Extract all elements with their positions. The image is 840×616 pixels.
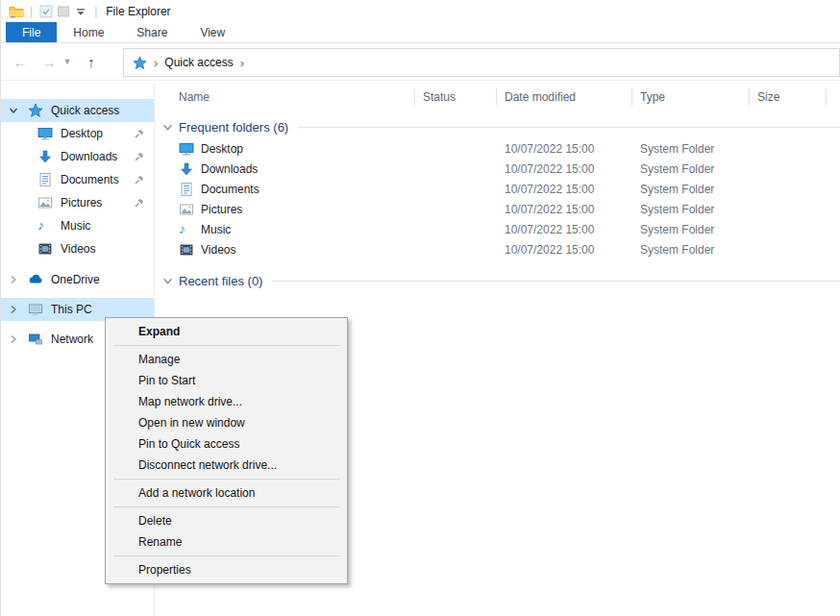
sidebar-item-label: Videos <box>61 242 95 256</box>
pin-icon[interactable] <box>134 174 145 185</box>
sidebar-item-label: OneDrive <box>51 273 100 286</box>
sidebar-item-desktop[interactable]: Desktop <box>1 122 154 145</box>
address-bar-row: ← → ▼ ↑ › Quick access › <box>1 43 840 81</box>
file-type: System Folder <box>632 179 750 199</box>
pin-icon[interactable] <box>134 197 145 209</box>
music-icon: ♪ <box>37 218 53 234</box>
menu-item-pin-to-quick-access[interactable]: Pin to Quick access <box>106 433 347 455</box>
chevron-right-icon[interactable] <box>9 275 18 284</box>
this-pc-icon <box>28 302 43 317</box>
menu-separator <box>113 506 340 507</box>
file-date-modified: 10/07/2022 15:00 <box>497 199 632 219</box>
breadcrumb-location[interactable]: Quick access <box>164 56 233 69</box>
sidebar-item-label: Downloads <box>61 150 117 163</box>
breadcrumb-chevron-icon[interactable]: › <box>240 56 244 70</box>
pictures-icon <box>37 195 53 210</box>
tab-share[interactable]: Share <box>120 22 184 42</box>
menu-item-delete[interactable]: Delete <box>106 510 347 531</box>
sidebar-item-music[interactable]: ♪ Music <box>1 214 154 237</box>
network-icon <box>28 332 43 347</box>
back-arrow-icon[interactable]: ← <box>9 50 32 73</box>
chevron-right-icon[interactable] <box>9 334 18 344</box>
sidebar-item-onedrive[interactable]: OneDrive <box>1 268 154 291</box>
sidebar-item-quick-access[interactable]: Quick access <box>1 99 154 122</box>
downloads-icon <box>179 161 194 177</box>
chevron-right-icon[interactable] <box>9 305 18 314</box>
quick-access-star-icon <box>28 103 43 118</box>
file-status <box>415 159 497 179</box>
tab-view[interactable]: View <box>184 22 241 42</box>
file-status <box>415 219 497 239</box>
file-type: System Folder <box>632 239 750 259</box>
menu-item-open-in-new-window[interactable]: Open in new window <box>106 412 347 433</box>
address-bar[interactable]: › Quick access › <box>123 48 840 77</box>
menu-item-add-a-network-location[interactable]: Add a network location <box>106 482 347 504</box>
column-header-name[interactable]: Name <box>156 85 415 110</box>
videos-icon <box>37 241 53 257</box>
sidebar-item-videos[interactable]: Videos <box>1 237 154 260</box>
group-label: Recent files (0) <box>179 274 262 288</box>
menu-item-rename[interactable]: Rename <box>106 531 347 553</box>
file-row-videos[interactable]: Videos 10/07/2022 15:00 System Folder <box>156 239 840 259</box>
group-label: Frequent folders (6) <box>179 120 288 135</box>
menu-item-manage[interactable]: Manage <box>106 349 347 370</box>
menu-separator <box>113 479 340 480</box>
group-divider <box>272 281 840 282</box>
sidebar-item-label: Quick access <box>51 104 119 117</box>
videos-icon <box>179 242 194 258</box>
titlebar-separator: | <box>94 5 97 18</box>
file-row-downloads[interactable]: Downloads 10/07/2022 15:00 System Folder <box>156 159 840 179</box>
chevron-down-icon[interactable] <box>162 276 173 286</box>
file-row-music[interactable]: ♪Music 10/07/2022 15:00 System Folder <box>156 219 840 239</box>
context-menu: Expand Manage Pin to Start Map network d… <box>105 317 348 584</box>
file-date-modified: 10/07/2022 15:00 <box>497 239 632 259</box>
column-header-type[interactable]: Type <box>632 85 750 110</box>
group-header-frequent-folders[interactable]: Frequent folders (6) <box>156 115 840 138</box>
sidebar-item-pictures[interactable]: Pictures <box>1 191 154 214</box>
menu-item-properties[interactable]: Properties <box>106 559 347 580</box>
group-divider <box>298 127 840 128</box>
file-date-modified: 10/07/2022 15:00 <box>497 138 632 159</box>
recent-locations-dropdown-icon[interactable]: ▼ <box>61 50 74 73</box>
file-type: System Folder <box>632 199 750 219</box>
file-status <box>415 179 497 199</box>
chevron-down-icon[interactable] <box>162 122 173 133</box>
file-row-desktop[interactable]: Desktop 10/07/2022 15:00 System Folder <box>156 138 840 159</box>
file-row-pictures[interactable]: Pictures 10/07/2022 15:00 System Folder <box>156 199 840 219</box>
file-row-documents[interactable]: Documents 10/07/2022 15:00 System Folder <box>156 179 840 199</box>
qat-new-folder-icon[interactable] <box>55 3 72 20</box>
file-status <box>415 138 497 159</box>
pin-icon[interactable] <box>134 128 145 139</box>
file-explorer-window: | | File Explorer File Home Share View ←… <box>0 0 840 616</box>
qat-customize-dropdown-icon[interactable] <box>72 3 89 20</box>
breadcrumb-chevron-icon[interactable]: › <box>154 56 158 70</box>
sidebar-item-label: This PC <box>51 303 92 316</box>
menu-item-disconnect-network-drive[interactable]: Disconnect network drive... <box>106 455 347 476</box>
chevron-down-icon[interactable] <box>9 106 18 115</box>
menu-separator <box>113 345 340 346</box>
column-header-size[interactable]: Size <box>750 85 827 110</box>
qat-properties-check-icon[interactable] <box>37 3 55 20</box>
window-title: File Explorer <box>106 5 170 18</box>
menu-separator <box>113 555 340 556</box>
desktop-icon <box>179 141 194 157</box>
forward-arrow-icon[interactable]: → <box>37 50 61 73</box>
tab-file[interactable]: File <box>6 22 57 42</box>
desktop-icon <box>37 126 53 141</box>
sidebar-item-documents[interactable]: Documents <box>1 168 154 191</box>
menu-item-pin-to-start[interactable]: Pin to Start <box>106 370 347 391</box>
pin-icon[interactable] <box>134 151 145 162</box>
file-name: Music <box>201 223 231 236</box>
music-icon: ♪ <box>179 222 194 237</box>
ribbon-tabs: File Home Share View <box>1 22 840 43</box>
group-header-recent-files[interactable]: Recent files (0) <box>156 269 840 292</box>
file-name: Downloads <box>201 162 258 176</box>
up-arrow-icon[interactable]: ↑ <box>80 50 103 73</box>
menu-item-expand[interactable]: Expand <box>106 321 347 342</box>
sidebar-item-downloads[interactable]: Downloads <box>1 145 154 168</box>
menu-item-map-network-drive[interactable]: Map network drive... <box>106 391 347 412</box>
column-header-date-modified[interactable]: Date modified <box>497 85 632 110</box>
sidebar-item-label: Documents <box>61 173 119 186</box>
tab-home[interactable]: Home <box>57 22 120 42</box>
column-header-status[interactable]: Status <box>415 85 497 110</box>
